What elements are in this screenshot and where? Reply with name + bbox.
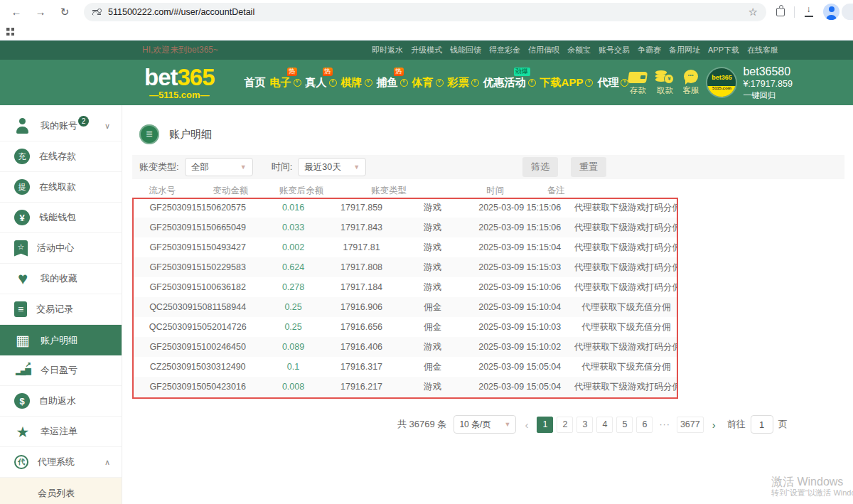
site-settings-icon[interactable]	[92, 8, 101, 16]
nav-item[interactable]: 彩票	[448, 76, 479, 90]
sidebar-item[interactable]: 我的收藏	[0, 264, 122, 294]
page-size-select[interactable]: 10 条/页 ▼	[454, 415, 516, 434]
downloads-icon[interactable]	[804, 6, 814, 17]
reset-button[interactable]: 重置	[571, 157, 606, 177]
cell-change-amount: 0.089	[263, 342, 323, 352]
sidebar-item[interactable]: 我的账号 2	[0, 111, 122, 141]
user-avatar[interactable]: bet365 5115.com	[707, 68, 736, 97]
sidebar-item[interactable]: 活动中心	[0, 233, 122, 264]
cell-change-type: 游戏	[399, 242, 465, 254]
nav-item[interactable]: 热 捕鱼	[377, 76, 408, 90]
quick-action[interactable]: 取款	[655, 69, 674, 96]
browser-menu-chip[interactable]	[842, 4, 853, 20]
cell-change-amount: 0.624	[263, 262, 323, 272]
chevron-down-icon	[471, 79, 479, 87]
page-number[interactable]: 3677	[677, 417, 704, 433]
next-page-button[interactable]: ›	[711, 419, 717, 431]
page-number[interactable]: 4	[596, 417, 613, 433]
sidebar-item-label: 在线取款	[39, 181, 76, 193]
cell-remark: 代理获取下级游戏打码分佣	[574, 381, 678, 393]
goto-page-input[interactable]	[751, 415, 773, 434]
sidebar-item-label: 钱能钱包	[39, 211, 76, 224]
sidebar-item[interactable]: 交易记录	[0, 294, 122, 325]
page-number[interactable]: ···	[656, 417, 673, 433]
chevron-down-icon	[329, 79, 337, 87]
time-filter-label: 时间:	[272, 161, 293, 173]
page-number[interactable]: 3	[576, 417, 593, 433]
topbar-link[interactable]: APP下载	[708, 45, 739, 55]
page-number[interactable]: 1	[537, 417, 553, 433]
sidebar-item[interactable]: 会员列表	[0, 478, 122, 504]
cell-serial-number: GF25030915150229583	[132, 262, 263, 272]
site-logo[interactable]: bet365 —5115.com—	[144, 65, 215, 100]
page-number[interactable]: 5	[616, 417, 633, 433]
nav-item[interactable]: 劲爆 优惠活动	[483, 76, 536, 90]
sidebar-item-label: 代理系统	[38, 456, 75, 468]
cell-change-type: 佣金	[399, 361, 465, 373]
topbar-link[interactable]: 在线客服	[747, 45, 778, 55]
nav-item[interactable]: 热 电子	[270, 76, 301, 90]
nav-item[interactable]: 热 真人	[306, 76, 337, 90]
sidebar: 我的账号 2 在线存款 在线取款	[0, 105, 122, 504]
welcome-text: HI,欢迎来到bet365~	[142, 44, 218, 56]
account-detail-icon	[139, 124, 159, 144]
time-select[interactable]: 最近30天 ▼	[298, 158, 366, 176]
address-bar[interactable]: 511500222.com/#/user/accountDetail ☆	[84, 3, 766, 21]
cell-balance-after: 17916.406	[323, 342, 400, 352]
page-number[interactable]: 2	[557, 417, 573, 433]
sidebar-item[interactable]: 幸运注单	[0, 417, 122, 447]
refresh-icon[interactable]: ↻	[55, 3, 74, 21]
quick-action[interactable]: 存款	[628, 69, 647, 96]
topbar-link[interactable]: 账号交易	[599, 45, 630, 55]
topbar-link[interactable]: 钱能回馈	[450, 45, 481, 55]
sidebar-item-label: 活动中心	[37, 242, 74, 254]
topbar-link[interactable]: 即时返水	[372, 45, 403, 55]
topbar-link[interactable]: 升级模式	[411, 45, 442, 55]
nav-item[interactable]: 代理	[597, 76, 628, 90]
logo-domain: —5115.com—	[144, 90, 215, 100]
nav-item[interactable]: 棋牌	[341, 76, 372, 90]
topbar-link[interactable]: 余额宝	[567, 45, 591, 55]
filter-button[interactable]: 筛选	[522, 157, 558, 177]
forward-icon[interactable]: →	[31, 3, 50, 21]
page-number[interactable]: 6	[636, 417, 653, 433]
sidebar-item-icon	[14, 362, 31, 379]
sidebar-item[interactable]: 在线取款	[0, 172, 122, 203]
cell-change-type: 佣金	[399, 321, 465, 333]
avatar-domain-text: 5115.com	[707, 86, 736, 97]
cell-change-amount: 0.002	[263, 242, 323, 252]
cell-change-amount: 0.1	[263, 362, 323, 372]
quick-action-icon	[655, 70, 674, 83]
quick-action[interactable]: 客服	[682, 69, 699, 96]
chevron-icon	[104, 458, 110, 467]
cell-remark: 代理获取下级游戏打码分佣	[574, 282, 678, 294]
pagination: 共 36769 条 10 条/页 ▼ ‹ 1 2 3 4	[122, 414, 853, 434]
topbar-link[interactable]: 争霸赛	[638, 45, 661, 55]
sidebar-item-label: 自助返水	[39, 395, 76, 407]
topbar-link[interactable]: 得意彩金	[489, 45, 520, 55]
sidebar-item[interactable]: 账户明细	[0, 325, 122, 355]
sidebar-item[interactable]: 代理系统	[0, 447, 122, 478]
bookmark-star-icon[interactable]: ☆	[749, 6, 758, 18]
cell-balance-after: 17917.808	[323, 262, 400, 272]
type-select[interactable]: 全部 ▼	[185, 158, 253, 176]
prev-page-button[interactable]: ‹	[523, 419, 530, 431]
cell-change-type: 游戏	[399, 222, 465, 234]
topbar-link[interactable]: 备用网址	[669, 45, 700, 55]
topbar-link[interactable]: 信用借呗	[528, 45, 559, 55]
sidebar-item[interactable]: 今日盈亏	[0, 355, 122, 386]
sidebar-item-icon	[14, 117, 31, 134]
sidebar-item-label: 交易记录	[36, 303, 73, 316]
apps-grid-icon[interactable]	[6, 28, 14, 36]
transactions-table: 流水号变动金额账变后余额账变类型时间备注 GF25030915150620575…	[132, 183, 678, 397]
sidebar-item[interactable]: 自助返水	[0, 386, 122, 417]
browser-profile-avatar[interactable]	[823, 4, 839, 20]
back-icon[interactable]: ←	[7, 3, 26, 21]
nav-item[interactable]: 首页	[245, 76, 266, 90]
nav-item[interactable]: 体育	[412, 76, 444, 90]
sidebar-item[interactable]: 钱能钱包	[0, 203, 122, 233]
one-key-return-link[interactable]: 一键回归	[743, 90, 793, 100]
nav-item[interactable]: 下载APP	[540, 76, 594, 90]
sidebar-item[interactable]: 在线存款	[0, 141, 122, 172]
extensions-icon[interactable]	[776, 8, 785, 16]
